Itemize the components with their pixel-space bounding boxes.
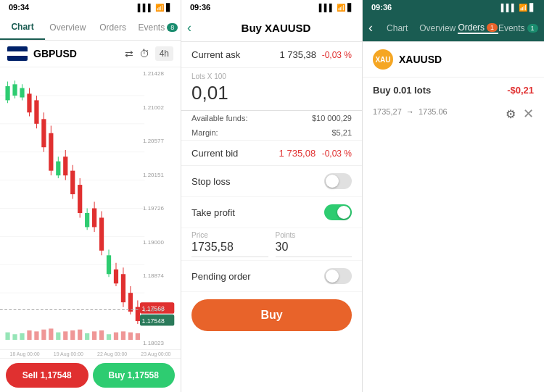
orders-badge-right: 1	[487, 23, 498, 32]
order-header: Buy 0.01 lots -$0,21	[373, 85, 534, 99]
right-tabs: Chart Overview Orders 1 Events 1	[377, 22, 538, 34]
available-funds-label: Available funds:	[191, 114, 247, 122]
nav-bar-middle: ‹ Buy XAUUSD	[181, 14, 362, 42]
points-field-value[interactable]: 30	[276, 241, 353, 257]
order-title: Buy 0.01 lots	[373, 85, 431, 96]
status-icons-left: ▌▌▌ 📶 ▋	[138, 4, 172, 12]
trade-buttons: Sell 1,17548 Buy 1,17558	[0, 358, 181, 392]
signal-icon-r: ▌▌▌	[501, 4, 516, 12]
svg-rect-61	[78, 330, 82, 340]
back-button-middle[interactable]: ‹	[187, 20, 191, 36]
svg-rect-55	[34, 331, 38, 340]
buy-action-button[interactable]: Buy	[191, 299, 352, 331]
order-close-button[interactable]: ✕	[523, 106, 534, 122]
tab-overview-left[interactable]: Overview	[45, 14, 90, 40]
order-settings-button[interactable]: ⚙	[506, 106, 516, 122]
xauusd-row: XAU XAUUSD	[363, 42, 544, 78]
lots-input-row	[181, 80, 362, 111]
buy-button-left[interactable]: Buy 1,17558	[93, 363, 176, 388]
margin-label: Margin:	[191, 128, 218, 137]
price-field-value[interactable]: 1735,58	[191, 241, 268, 257]
pending-order-knob	[326, 270, 339, 283]
ask-value: 1 735,38	[279, 49, 316, 60]
svg-rect-68	[128, 333, 133, 340]
status-time-right: 09:36	[371, 3, 392, 12]
svg-rect-67	[121, 331, 125, 340]
status-time-middle: 09:36	[190, 3, 210, 12]
take-profit-row: Take profit	[181, 197, 362, 228]
sell-button[interactable]: Sell 1,17548	[6, 363, 88, 388]
tab-overview-right[interactable]: Overview	[418, 22, 458, 34]
nav-title-middle: Buy XAUUSD	[196, 22, 356, 34]
chart-area: 1.21428 1.21002 1.20577 1.20151 1.19726 …	[0, 67, 181, 349]
events-badge-right: 1	[527, 24, 538, 33]
svg-rect-69	[136, 333, 140, 340]
chart-price-labels: 1.21428 1.21002 1.20577 1.20151 1.19726 …	[143, 67, 179, 349]
tab-chart-right[interactable]: Chart	[377, 22, 418, 34]
svg-rect-56	[41, 330, 46, 340]
tab-orders-right[interactable]: Orders 1	[458, 22, 498, 34]
status-time-left: 09:34	[9, 3, 29, 12]
price-points-row: Price 1735,58 Points 30	[181, 228, 362, 261]
wifi-icon: 📶	[155, 4, 164, 12]
take-profit-knob	[337, 206, 350, 219]
instrument-row-left: GBPUSD ⇄ ⏱ 4h	[0, 41, 181, 67]
pending-order-toggle[interactable]	[324, 268, 352, 284]
stop-loss-row: Stop loss	[181, 166, 362, 197]
svg-rect-58	[56, 333, 60, 340]
wifi-icon-r: 📶	[519, 4, 527, 12]
ask-value-group: 1 735,38 -0,03 %	[279, 49, 352, 60]
ask-row: Current ask 1 735,38 -0,03 %	[191, 49, 352, 60]
back-button-right[interactable]: ‹	[368, 20, 373, 36]
xauusd-icon: XAU	[373, 49, 393, 70]
order-actions: ⚙ ✕	[506, 106, 534, 122]
available-funds-row: Available funds: $10 000,29	[181, 111, 362, 125]
svg-rect-62	[85, 333, 89, 340]
left-tabs: Chart Overview Orders Events 8	[0, 14, 181, 41]
svg-rect-66	[114, 333, 118, 340]
tab-events-left[interactable]: Events 8	[136, 14, 181, 40]
tab-orders-left[interactable]: Orders	[91, 14, 136, 40]
status-icons-right: ▌▌▌ 📶 ▋	[501, 4, 535, 12]
order-detail: 1735,27 → 1735.06 ⚙ ✕	[373, 101, 534, 122]
nav-bar-right: ‹ Chart Overview Orders 1 Events 1	[363, 14, 544, 42]
svg-rect-54	[27, 330, 31, 340]
bid-change: -0,03 %	[322, 149, 352, 159]
bid-row: Current bid 1 735,08 -0,03 %	[181, 140, 362, 166]
order-price-from: 1735,27	[373, 107, 402, 116]
bid-label: Current bid	[191, 148, 238, 159]
points-field: Points 30	[276, 231, 353, 257]
bid-value-group: 1 735,08 -0,03 %	[279, 146, 352, 159]
stop-loss-knob	[326, 175, 339, 188]
take-profit-toggle[interactable]	[324, 204, 352, 220]
status-bar-left: 09:34 ▌▌▌ 📶 ▋	[0, 0, 181, 14]
tab-chart-left[interactable]: Chart	[0, 14, 45, 40]
clock-icon[interactable]: ⏱	[139, 48, 149, 59]
stop-loss-toggle[interactable]	[324, 173, 352, 189]
swap-icon[interactable]: ⇄	[125, 48, 133, 59]
svg-rect-57	[49, 328, 53, 340]
margin-value: $5,21	[331, 128, 352, 137]
signal-icon: ▌▌▌	[138, 4, 153, 12]
wifi-icon-m: 📶	[337, 4, 345, 12]
instrument-name-left: GBPUSD	[33, 48, 125, 59]
pending-order-label: Pending order	[191, 271, 251, 282]
events-badge-left: 8	[167, 23, 178, 32]
svg-rect-64	[99, 330, 104, 340]
right-panel: 09:36 ▌▌▌ 📶 ▋ ‹ Chart Overview Orders 1 …	[363, 0, 544, 392]
timeframe-btn[interactable]: 4h	[155, 46, 173, 61]
lots-input[interactable]	[191, 82, 352, 104]
bid-value: 1 735,08	[279, 148, 316, 159]
tab-events-right[interactable]: Events 1	[498, 22, 539, 34]
ask-change: -0,03 %	[322, 50, 352, 60]
status-icons-middle: ▌▌▌ 📶 ▋	[319, 4, 353, 12]
order-pnl: -$0,21	[507, 85, 534, 96]
points-field-label: Points	[276, 231, 353, 239]
battery-icon-r: ▋	[529, 4, 535, 12]
xauusd-name: XAUUSD	[399, 54, 442, 65]
price-field-label: Price	[191, 231, 268, 239]
lots-label: Lots X 100	[181, 68, 362, 80]
take-profit-label: Take profit	[191, 207, 235, 218]
instrument-controls: ⇄ ⏱ 4h	[125, 46, 173, 61]
svg-rect-51	[5, 333, 9, 340]
